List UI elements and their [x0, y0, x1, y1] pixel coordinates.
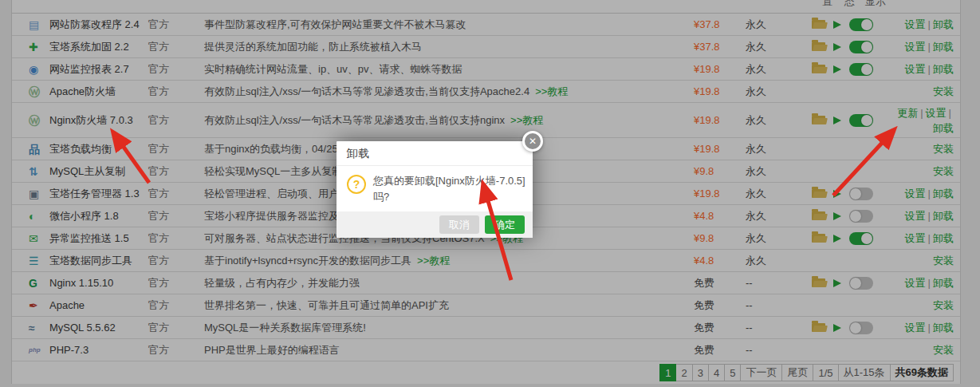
uninstall-confirm-dialog: 卸载 ? 您真的要卸载[Nginx防火墙-7.0.5] 吗? 取消 确定 ✕: [337, 141, 533, 238]
dialog-message: 您真的要卸载[Nginx防火墙-7.0.5] 吗?: [373, 173, 525, 205]
question-icon: ?: [347, 175, 366, 194]
dialog-title: 卸载: [337, 141, 533, 166]
cancel-button[interactable]: 取消: [439, 215, 479, 234]
confirm-button[interactable]: 确定: [485, 215, 525, 234]
dialog-message-line2: 吗?: [373, 191, 389, 203]
dialog-footer: 取消 确定: [337, 211, 533, 238]
dialog-message-line1: 您真的要卸载[Nginx防火墙-7.0.5]: [373, 173, 525, 189]
close-icon[interactable]: ✕: [522, 131, 543, 152]
dialog-body: ? 您真的要卸载[Nginx防火墙-7.0.5] 吗?: [337, 166, 533, 205]
software-manager-page: { "table": { "header": { "position": "置"…: [0, 0, 980, 387]
